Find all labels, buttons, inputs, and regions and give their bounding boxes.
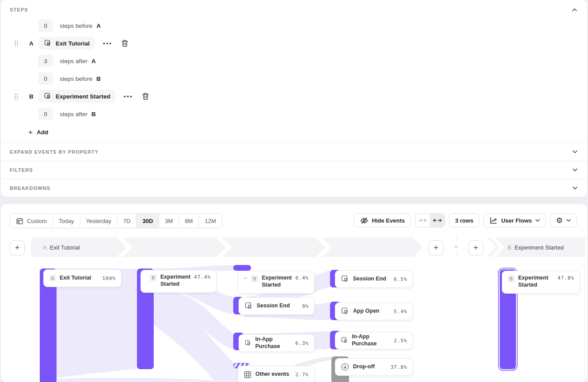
steps-after-b-count-input[interactable]: 0 bbox=[38, 108, 53, 120]
hide-events-button[interactable]: Hide Events bbox=[354, 213, 411, 227]
step-b-delete-icon[interactable] bbox=[142, 92, 149, 100]
step-ref-b: B bbox=[91, 111, 96, 117]
flow-node-exit-tutorial[interactable]: A Exit Tutorial 100% bbox=[43, 269, 121, 287]
date-range-label: 6M bbox=[185, 218, 193, 224]
expand-events-label: EXPAND EVENTS BY PROPERTY bbox=[10, 149, 99, 155]
step-ref-b: B bbox=[96, 76, 101, 82]
flow-node-in-app-purchase-25[interactable]: In-App Purchase 2.5% bbox=[335, 332, 413, 349]
expand-events-chevron-down-icon[interactable] bbox=[573, 150, 577, 153]
step-b-event-picker[interactable]: Experiment Started bbox=[38, 90, 116, 103]
flow-node-name: Experiment Started bbox=[160, 274, 190, 287]
filters-section-header[interactable]: FILTERS bbox=[1, 161, 587, 179]
flow-node-app-open[interactable]: App Open 5.4% bbox=[335, 303, 413, 320]
collapse-columns-button[interactable] bbox=[415, 214, 430, 227]
flow-column-band-a[interactable] bbox=[31, 238, 424, 257]
date-range-label: 3M bbox=[165, 218, 173, 224]
flow-column-band-b[interactable] bbox=[486, 238, 585, 257]
arrows-inward-icon bbox=[418, 218, 427, 223]
flow-node-name: App Open bbox=[353, 308, 379, 315]
rows-count-label: 3 rows bbox=[455, 217, 473, 224]
add-column-left-button[interactable]: + bbox=[10, 240, 25, 255]
flow-node-in-app-purchase-63[interactable]: In-App Purchase 6.3% bbox=[239, 334, 315, 352]
flow-node-name: Session End bbox=[353, 276, 386, 283]
expand-columns-button[interactable] bbox=[430, 214, 444, 227]
step-a-more-options-icon[interactable] bbox=[103, 42, 111, 45]
expand-events-section-header[interactable]: EXPAND EVENTS BY PROPERTY bbox=[1, 143, 587, 161]
date-range-yesterday[interactable]: Yesterday bbox=[80, 214, 117, 228]
step-a-delete-icon[interactable] bbox=[121, 39, 129, 47]
settings-dropdown[interactable]: ⚙ bbox=[550, 213, 577, 227]
steps-before-a-count-input[interactable]: 0 bbox=[38, 19, 53, 32]
date-range-label: Yesterday bbox=[86, 218, 111, 224]
step-letter-badge: B bbox=[150, 274, 157, 281]
flow-node-pct: 2.5% bbox=[394, 338, 408, 344]
step-a-event-picker[interactable]: Exit Tutorial bbox=[38, 37, 95, 50]
date-range-12m[interactable]: 12M bbox=[198, 214, 221, 228]
continue-arrow-icon bbox=[243, 275, 247, 280]
flow-node-experiment-started-478[interactable]: B Experiment Started 47.8% bbox=[502, 271, 580, 294]
date-range-6m[interactable]: 6M bbox=[178, 214, 198, 228]
drag-handle-icon[interactable] bbox=[14, 40, 19, 47]
flow-node-name: Drop-off bbox=[353, 363, 375, 371]
flow-node-experiment-started-474[interactable]: B Experiment Started 47.4% bbox=[140, 270, 216, 293]
date-range-3m[interactable]: 3M bbox=[159, 214, 178, 228]
flow-node-session-end-65[interactable]: Session End 6.5% bbox=[335, 270, 413, 288]
steps-after-label: steps after bbox=[60, 111, 87, 117]
step-b-row: B Experiment Started bbox=[1, 90, 587, 103]
date-range-label: 7D bbox=[123, 218, 131, 224]
arrows-outward-icon bbox=[433, 218, 442, 223]
flow-node-name: Experiment Started bbox=[518, 275, 554, 288]
chart-toolbar-right: Hide Events 3 rows User Flows ⚙ bbox=[354, 213, 577, 227]
date-range-30d-selected[interactable]: 30D bbox=[136, 214, 159, 228]
add-column-after-a-button[interactable]: + bbox=[429, 240, 444, 255]
breakdowns-chevron-down-icon[interactable] bbox=[573, 186, 577, 189]
flow-node-name: In-App Purchase bbox=[352, 333, 391, 347]
steps-before-b-count-input[interactable]: 0 bbox=[38, 72, 53, 85]
steps-before-a-row: 0 steps before A bbox=[1, 19, 587, 32]
filters-label: FILTERS bbox=[10, 167, 33, 173]
flow-node-other-events[interactable]: Other events 2.7% bbox=[238, 366, 315, 382]
view-type-dropdown[interactable]: User Flows bbox=[483, 213, 546, 227]
flow-node-pct: 6.3% bbox=[296, 340, 309, 346]
add-step-row: + Add bbox=[1, 126, 587, 138]
step-b-more-options-icon[interactable] bbox=[124, 95, 132, 98]
rows-count-button[interactable]: 3 rows bbox=[449, 213, 479, 227]
date-range-7d[interactable]: 7D bbox=[117, 214, 137, 228]
add-step-button[interactable]: + Add bbox=[28, 129, 48, 136]
steps-section-title: STEPS bbox=[10, 7, 28, 12]
event-icon bbox=[44, 92, 52, 100]
event-icon bbox=[341, 307, 349, 316]
steps-after-a-count-input[interactable]: 3 bbox=[38, 55, 53, 67]
date-range-today[interactable]: Today bbox=[53, 214, 80, 228]
drag-handle-icon[interactable] bbox=[14, 93, 19, 100]
step-a-row: A Exit Tutorial bbox=[1, 37, 587, 50]
flow-node-drop-off[interactable]: Drop-off 37.8% bbox=[335, 358, 413, 376]
add-column-before-b-button[interactable]: + bbox=[468, 240, 483, 255]
view-type-label: User Flows bbox=[501, 217, 531, 224]
filters-chevron-down-icon[interactable] bbox=[573, 168, 577, 171]
flow-node-experiment-started-04[interactable]: B Experiment Started 0.4% bbox=[238, 271, 315, 294]
grid-icon bbox=[243, 371, 252, 379]
steps-before-b-row: 0 steps before B bbox=[1, 72, 587, 85]
flow-bar-experiment-started-04[interactable] bbox=[233, 265, 251, 271]
steps-collapse-chevron-up-icon[interactable] bbox=[571, 7, 577, 13]
step-a-letter: A bbox=[29, 40, 34, 47]
date-range-label: 12M bbox=[205, 218, 216, 224]
user-flows-chart-icon bbox=[489, 216, 497, 224]
chevron-down-icon bbox=[535, 219, 540, 222]
flow-node-session-end-9[interactable]: Session End 9% bbox=[239, 297, 315, 315]
event-icon bbox=[244, 302, 253, 310]
date-range-custom[interactable]: Custom bbox=[10, 214, 53, 228]
breakdowns-section-header[interactable]: BREAKDOWNS bbox=[1, 179, 587, 197]
plus-icon: + bbox=[28, 129, 33, 136]
event-icon bbox=[341, 275, 349, 284]
collapse-expand-control bbox=[415, 213, 445, 227]
eye-off-icon bbox=[360, 217, 368, 224]
flow-node-pct: 6.5% bbox=[394, 276, 408, 282]
flow-node-pct: 2.7% bbox=[296, 372, 309, 378]
flow-node-name: In-App Purchase bbox=[255, 336, 292, 350]
steps-after-label: steps after bbox=[60, 58, 87, 64]
steps-before-label: steps before bbox=[60, 23, 92, 29]
flow-node-pct: 37.8% bbox=[391, 364, 407, 370]
gear-icon: ⚙ bbox=[556, 217, 563, 224]
